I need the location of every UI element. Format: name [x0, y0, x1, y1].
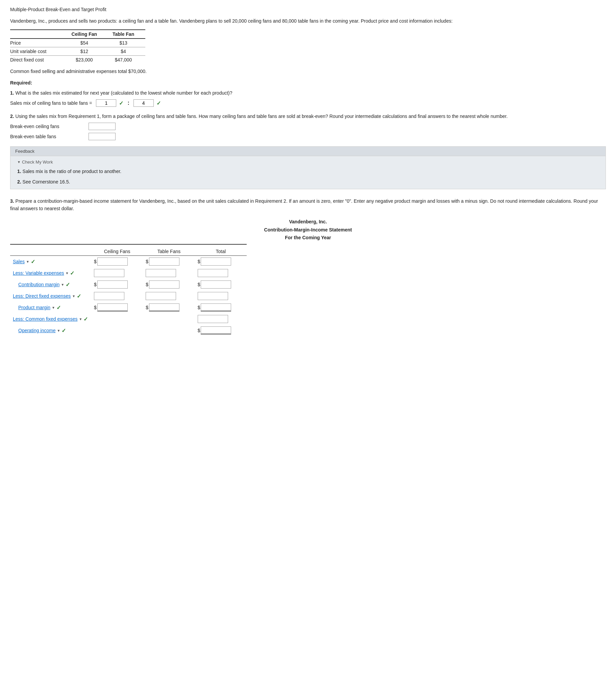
contribution-total-input[interactable] — [201, 281, 231, 289]
sales-mix-row: Sales mix of ceiling fans to table fans … — [10, 99, 606, 107]
contribution-table-dollar: $ — [146, 282, 148, 287]
variable-cost-table: $4 — [108, 47, 145, 56]
product-margin-total-input[interactable] — [201, 304, 231, 312]
product-table: Ceiling Fan Table Fan Price $54 $13 Unit… — [10, 29, 145, 64]
common-fixed-text: Common fixed selling and administrative … — [10, 69, 606, 74]
q2-number: 2. — [10, 114, 14, 119]
income-statement-table: Ceiling Fans Table Fans Total Sales ▼ ✓ … — [10, 244, 247, 336]
stmt-title-1: Vandenberg, Inc. — [10, 218, 606, 226]
q3-text-body: Prepare a contribution-margin-based inco… — [10, 198, 598, 211]
sales-table-dollar: $ — [146, 259, 148, 264]
q1-number: 1. — [10, 90, 14, 96]
feedback-item-1: 1. Sales mix is the ratio of one product… — [17, 168, 599, 175]
contribution-table-input[interactable] — [149, 281, 179, 289]
sales-table-input[interactable] — [149, 258, 179, 266]
col-ceiling-fans: Ceiling Fans — [91, 247, 143, 256]
q2-text: 2. Using the sales mix from Requirement … — [10, 113, 606, 120]
col-table-fans: Table Fans — [143, 247, 195, 256]
product-row-price: Price $54 $13 — [10, 39, 145, 47]
question-1-block: 1. What is the sales mix estimated for n… — [10, 90, 606, 107]
product-row-variable-cost: Unit variable cost $12 $4 — [10, 47, 145, 56]
variable-ceiling-input[interactable] — [94, 269, 124, 277]
feedback-header: Feedback — [10, 147, 606, 156]
contribution-check-icon: ✓ — [66, 282, 70, 288]
q3-intro: 3. Prepare a contribution-margin-based i… — [10, 197, 606, 213]
breakeven-ceiling-input[interactable] — [89, 123, 115, 130]
direct-fixed-ceiling-input[interactable] — [94, 292, 124, 300]
q2-text-body: Using the sales mix from Requirement 1, … — [16, 114, 508, 119]
common-fixed-check-icon: ✓ — [84, 316, 88, 323]
product-margin-dropdown-icon[interactable]: ▼ — [52, 306, 55, 310]
sales-check-icon: ✓ — [31, 259, 35, 265]
stmt-row-sales: Sales ▼ ✓ $ $ — [10, 256, 247, 268]
question-3-block: 3. Prepare a contribution-margin-based i… — [10, 197, 606, 336]
variable-label[interactable]: Less: Variable expenses — [13, 270, 64, 276]
check-my-work-title[interactable]: Check My Work — [17, 159, 599, 164]
q1-text: 1. What is the sales mix estimated for n… — [10, 90, 606, 97]
breakeven-grid: Break-even ceiling fans Break-even table… — [10, 123, 606, 140]
colon-separator: : — [127, 100, 129, 106]
variable-total-input[interactable] — [198, 269, 228, 277]
price-ceiling: $54 — [67, 39, 108, 47]
product-margin-check-icon: ✓ — [57, 305, 61, 311]
question-2-block: 2. Using the sales mix from Requirement … — [10, 113, 606, 140]
sales-total-dollar: $ — [198, 259, 200, 264]
feedback-item-2: 2. See Cornerstone 16.5. — [17, 178, 599, 185]
q1-text-body: What is the sales mix estimated for next… — [16, 90, 233, 96]
col-header-ceiling: Ceiling Fan — [67, 30, 108, 39]
product-margin-total-dollar: $ — [198, 305, 200, 310]
product-margin-ceiling-input[interactable] — [97, 304, 128, 312]
variable-cost-ceiling: $12 — [67, 47, 108, 56]
contribution-ceiling-dollar: $ — [94, 282, 97, 287]
intro-text: Vandenberg, Inc., produces and sells two… — [10, 18, 606, 25]
fixed-cost-table: $47,000 — [108, 56, 145, 64]
product-margin-table-input[interactable] — [149, 304, 179, 312]
operating-income-dollar: $ — [198, 328, 200, 333]
variable-dropdown-icon[interactable]: ▼ — [66, 271, 69, 275]
required-label: Required: — [10, 80, 606, 86]
contribution-dropdown-icon[interactable]: ▼ — [61, 283, 64, 287]
sales-mix-input-2[interactable] — [133, 99, 154, 107]
stmt-title-2: Contribution-Margin-Income Statement — [10, 226, 606, 234]
direct-fixed-total-input[interactable] — [198, 292, 228, 300]
contribution-total-dollar: $ — [198, 282, 200, 287]
sales-mix-input-1[interactable] — [96, 99, 116, 107]
stmt-row-product-margin: Product margin ▼ ✓ $ $ — [10, 302, 247, 313]
contribution-margin-label[interactable]: Contribution margin — [18, 282, 60, 287]
operating-income-label[interactable]: Operating income — [18, 328, 56, 333]
common-fixed-dropdown-icon[interactable]: ▼ — [79, 317, 82, 321]
price-label: Price — [10, 39, 67, 47]
breakeven-table-input[interactable] — [89, 133, 115, 140]
common-fixed-total-input[interactable] — [198, 315, 228, 323]
operating-income-check-icon: ✓ — [62, 328, 66, 334]
variable-check-icon: ✓ — [70, 270, 74, 276]
variable-table-input[interactable] — [146, 269, 176, 277]
stmt-row-direct-fixed: Less: Direct fixed expenses ▼ ✓ — [10, 290, 247, 302]
page-title: Multiple-Product Break-Even and Target P… — [10, 7, 606, 12]
check-icon-2: ✓ — [156, 100, 161, 107]
operating-income-dropdown-icon[interactable]: ▼ — [57, 329, 61, 333]
contribution-ceiling-input[interactable] — [97, 281, 128, 289]
check-icon-1: ✓ — [119, 100, 123, 107]
stmt-row-operating-income: Operating income ▼ ✓ $ — [10, 325, 247, 336]
breakeven-ceiling-label: Break-even ceiling fans — [10, 124, 85, 129]
product-margin-label[interactable]: Product margin — [18, 305, 50, 310]
direct-fixed-label[interactable]: Less: Direct fixed expenses — [13, 293, 71, 299]
sales-mix-label: Sales mix of ceiling fans to table fans … — [10, 101, 92, 106]
common-fixed-label[interactable]: Less: Common fixed expenses — [13, 316, 78, 322]
sales-total-input[interactable] — [201, 258, 231, 266]
sales-label[interactable]: Sales — [13, 259, 25, 264]
stmt-row-variable: Less: Variable expenses ▼ ✓ — [10, 267, 247, 279]
variable-cost-label: Unit variable cost — [10, 47, 67, 56]
operating-income-input[interactable] — [201, 327, 231, 335]
feedback-box: Feedback Check My Work 1. Sales mix is t… — [10, 146, 606, 189]
check-my-work-section: Check My Work 1. Sales mix is the ratio … — [10, 156, 606, 189]
stmt-title: Vandenberg, Inc. Contribution-Margin-Inc… — [10, 218, 606, 242]
sales-ceiling-input[interactable] — [97, 258, 128, 266]
product-margin-ceiling-dollar: $ — [94, 305, 97, 310]
stmt-title-3: For the Coming Year — [10, 234, 606, 242]
direct-fixed-table-input[interactable] — [146, 292, 176, 300]
direct-fixed-dropdown-icon[interactable]: ▼ — [72, 294, 75, 298]
sales-dropdown-icon[interactable]: ▼ — [26, 260, 29, 264]
stmt-row-common-fixed: Less: Common fixed expenses ▼ ✓ — [10, 313, 247, 325]
